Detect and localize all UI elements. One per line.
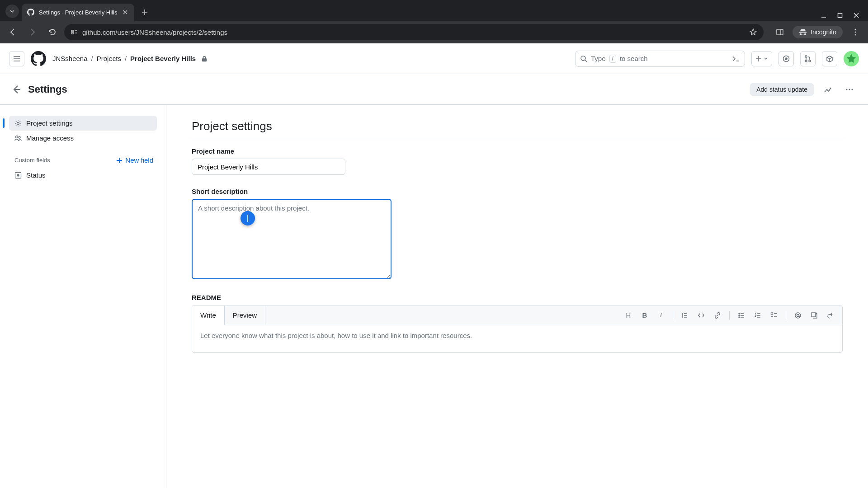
- window-controls: [821, 13, 868, 21]
- window-maximize-icon[interactable]: [837, 13, 843, 18]
- back-arrow-icon[interactable]: [11, 84, 22, 95]
- svg-rect-3: [777, 29, 783, 35]
- site-info-icon[interactable]: [71, 28, 78, 36]
- svg-point-26: [797, 314, 799, 316]
- browser-tab[interactable]: Settings · Project Beverly Hills: [22, 4, 134, 21]
- svg-rect-2: [71, 33, 74, 34]
- reload-button[interactable]: [44, 24, 61, 40]
- forward-button[interactable]: [24, 24, 41, 40]
- quote-button[interactable]: [678, 308, 692, 323]
- sidebar-label: Project settings: [26, 119, 73, 127]
- svg-point-13: [846, 89, 848, 90]
- notifications-icon[interactable]: [822, 51, 837, 66]
- breadcrumb-current: Project Beverly Hills: [130, 55, 196, 62]
- svg-rect-24: [771, 313, 773, 314]
- svg-point-23: [739, 317, 740, 318]
- pull-requests-icon[interactable]: [800, 51, 816, 66]
- browser-chrome: Settings · Project Beverly Hills: [0, 0, 868, 43]
- svg-point-20: [17, 174, 19, 176]
- more-options-icon[interactable]: [842, 82, 857, 97]
- svg-point-4: [855, 29, 856, 30]
- incognito-label: Incognito: [811, 28, 836, 36]
- custom-fields-label: Custom fields: [14, 157, 50, 164]
- mention-button[interactable]: [791, 308, 805, 323]
- svg-rect-27: [811, 313, 816, 317]
- breadcrumb-user[interactable]: JNSsheena: [52, 55, 88, 62]
- project-name-group: Project name: [192, 147, 843, 175]
- side-panel-icon[interactable]: [772, 24, 788, 40]
- tab-preview[interactable]: Preview: [225, 305, 265, 325]
- svg-point-9: [785, 58, 787, 60]
- tab-write[interactable]: Write: [192, 306, 225, 325]
- user-avatar[interactable]: [844, 51, 859, 66]
- create-new-dropdown[interactable]: [751, 51, 772, 66]
- tab-search-dropdown[interactable]: [5, 5, 19, 18]
- add-status-update-button[interactable]: Add status update: [750, 83, 814, 96]
- project-name-label: Project name: [192, 147, 843, 155]
- sidebar-label: Manage access: [26, 134, 74, 142]
- task-list-button[interactable]: [767, 308, 781, 323]
- readme-tabs: Write Preview H B I: [192, 305, 842, 325]
- address-bar: github.com/users/JNSsheena/projects/2/se…: [0, 21, 868, 43]
- reference-button[interactable]: [807, 308, 821, 323]
- people-icon: [14, 135, 22, 142]
- readme-textarea[interactable]: Let everyone know what this project is a…: [192, 325, 842, 352]
- github-header: JNSsheena / Projects / Project Beverly H…: [0, 43, 868, 74]
- window-minimize-icon[interactable]: [821, 13, 826, 18]
- bookmark-star-icon[interactable]: [749, 28, 757, 36]
- svg-rect-1: [71, 30, 74, 32]
- main-content: Project settings Project name Short desc…: [166, 105, 868, 488]
- bold-button[interactable]: B: [637, 308, 652, 323]
- insights-icon[interactable]: [820, 82, 835, 97]
- issues-icon[interactable]: [778, 51, 794, 66]
- code-button[interactable]: [694, 308, 708, 323]
- svg-point-22: [739, 315, 740, 316]
- search-icon: [580, 55, 587, 62]
- svg-point-5: [855, 32, 856, 33]
- tab-close-icon[interactable]: [122, 9, 129, 16]
- readme-toolbar: H B I: [621, 308, 842, 323]
- search-key-hint: /: [609, 55, 616, 63]
- link-button[interactable]: [710, 308, 725, 323]
- new-tab-button[interactable]: [138, 5, 151, 19]
- url-input[interactable]: github.com/users/JNSsheena/projects/2/se…: [64, 24, 764, 40]
- undo-button[interactable]: [823, 308, 838, 323]
- svg-point-7: [581, 56, 585, 61]
- command-palette-icon[interactable]: [732, 56, 740, 62]
- incognito-icon: [799, 29, 807, 35]
- project-name-input[interactable]: [192, 159, 345, 175]
- svg-point-14: [849, 89, 850, 90]
- window-close-icon[interactable]: [854, 13, 859, 18]
- svg-rect-0: [838, 14, 842, 18]
- sidebar-item-project-settings[interactable]: Project settings: [9, 116, 157, 131]
- italic-button[interactable]: I: [654, 308, 668, 323]
- custom-fields-header: Custom fields New field: [14, 156, 157, 164]
- plus-icon: [755, 56, 762, 62]
- breadcrumb: JNSsheena / Projects / Project Beverly H…: [52, 55, 208, 62]
- svg-point-21: [739, 313, 740, 314]
- back-button[interactable]: [5, 24, 21, 40]
- chrome-menu-icon[interactable]: [847, 24, 863, 40]
- short-desc-label: Short description: [192, 188, 843, 195]
- short-desc-textarea[interactable]: [192, 199, 392, 279]
- github-logo-icon[interactable]: [31, 51, 46, 66]
- new-field-button[interactable]: New field: [116, 156, 153, 164]
- incognito-badge[interactable]: Incognito: [793, 26, 843, 38]
- body: Project settings Manage access Custom fi…: [0, 105, 868, 488]
- sidebar-item-status[interactable]: Status: [9, 168, 157, 183]
- unordered-list-button[interactable]: [734, 308, 749, 323]
- page-header: Settings Add status update: [0, 74, 868, 105]
- heading-button[interactable]: H: [621, 308, 636, 323]
- plus-icon: [116, 157, 123, 164]
- ordered-list-button[interactable]: [750, 308, 765, 323]
- breadcrumb-projects[interactable]: Projects: [97, 55, 121, 62]
- readme-editor: Write Preview H B I: [192, 305, 843, 353]
- sidebar-item-manage-access[interactable]: Manage access: [9, 131, 157, 145]
- hamburger-menu[interactable]: [9, 51, 24, 66]
- url-text: github.com/users/JNSsheena/projects/2/se…: [82, 28, 227, 36]
- lock-icon: [201, 56, 208, 62]
- new-field-label: New field: [125, 156, 153, 164]
- search-input[interactable]: Type / to search: [575, 51, 745, 67]
- svg-point-18: [19, 136, 20, 138]
- svg-point-25: [795, 313, 801, 318]
